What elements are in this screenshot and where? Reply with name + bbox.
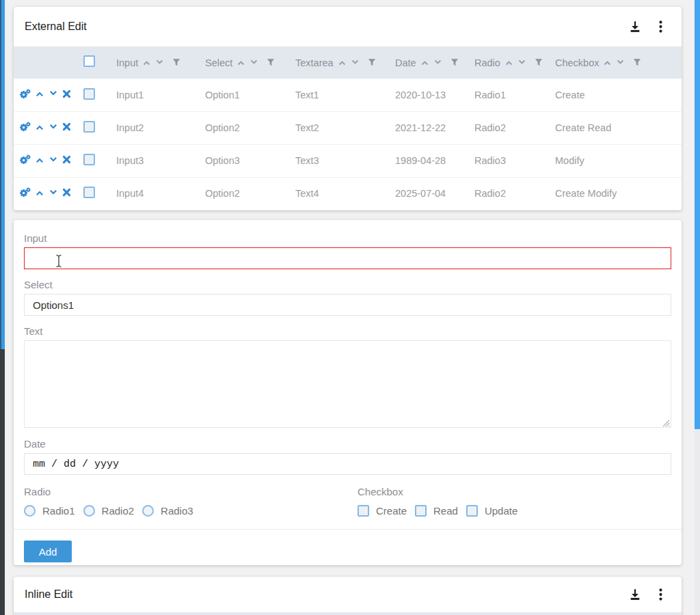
- checkbox[interactable]: [415, 505, 427, 517]
- radio-option-label: Radio2: [102, 505, 135, 517]
- table-row: Input1 Option1 Text1 2020-10-13 Radio1 C…: [14, 79, 682, 111]
- column-header-date: Date: [395, 46, 474, 79]
- radio-group: Radio1 Radio2 Radio3: [24, 504, 358, 517]
- cell-textarea: Text1: [295, 79, 395, 111]
- row-move-down-icon[interactable]: [49, 122, 58, 134]
- row-settings-icon[interactable]: [19, 89, 31, 101]
- actions-header: [14, 46, 81, 79]
- row-move-up-icon[interactable]: [35, 188, 44, 200]
- row-delete-icon[interactable]: [62, 122, 71, 133]
- column-header-textarea: Textarea: [295, 46, 395, 79]
- card-title: External Edit: [25, 20, 87, 33]
- filter-icon[interactable]: [368, 58, 376, 67]
- cell-textarea: Text2: [295, 111, 395, 144]
- sort-desc-icon[interactable]: [616, 58, 625, 67]
- inline-table-header-strip: [14, 612, 682, 615]
- radio-option-label: Radio1: [42, 505, 75, 517]
- left-scrollbar-thumb[interactable]: [0, 0, 5, 349]
- row-move-down-icon[interactable]: [49, 155, 58, 167]
- row-settings-icon[interactable]: [19, 187, 31, 200]
- resize-grip-icon[interactable]: [661, 418, 670, 426]
- sort-asc-icon[interactable]: [237, 58, 245, 67]
- column-header-select: Select: [205, 46, 295, 79]
- sort-desc-icon[interactable]: [433, 58, 442, 67]
- sort-desc-icon[interactable]: [351, 58, 360, 67]
- radio-button[interactable]: [142, 505, 154, 517]
- filter-icon[interactable]: [267, 58, 275, 67]
- filter-icon[interactable]: [172, 58, 180, 67]
- date-field[interactable]: mm / dd / yyyy: [24, 453, 671, 475]
- checkbox[interactable]: [358, 505, 369, 517]
- cell-select: Option3: [205, 144, 295, 177]
- column-label: Radio: [474, 57, 500, 68]
- cell-date: 1989-04-28: [395, 144, 474, 177]
- row-move-down-icon[interactable]: [49, 188, 58, 200]
- sort-asc-icon[interactable]: [338, 58, 347, 67]
- sort-desc-icon[interactable]: [155, 58, 164, 67]
- sort-asc-icon[interactable]: [603, 58, 612, 67]
- card-title: Inline Edit: [25, 588, 72, 601]
- kebab-menu-icon[interactable]: [659, 588, 662, 601]
- sort-desc-icon[interactable]: [517, 58, 526, 67]
- cell-input: Input1: [116, 79, 205, 111]
- radio-button[interactable]: [83, 505, 95, 517]
- cell-checkbox: Create: [555, 79, 682, 111]
- radio-button[interactable]: [24, 505, 36, 517]
- right-scrollbar-thumb[interactable]: [695, 0, 700, 429]
- kebab-menu-icon[interactable]: [659, 20, 662, 33]
- text-field[interactable]: [24, 340, 671, 428]
- column-header-checkbox: Checkbox: [555, 46, 682, 79]
- right-scrollbar-track[interactable]: [695, 429, 700, 615]
- row-settings-icon[interactable]: [19, 154, 31, 167]
- row-checkbox[interactable]: [83, 88, 95, 100]
- sort-asc-icon[interactable]: [504, 58, 513, 67]
- cell-radio: Radio3: [474, 144, 555, 177]
- table-row: Input4 Option2 Text4 2025-07-04 Radio2 C…: [14, 177, 682, 210]
- download-icon[interactable]: [629, 20, 641, 33]
- column-header-input: Input: [116, 46, 205, 79]
- cell-textarea: Text3: [295, 144, 395, 177]
- row-move-up-icon[interactable]: [35, 122, 44, 134]
- checkbox-option-label: Read: [433, 505, 458, 517]
- checkbox[interactable]: [466, 505, 478, 517]
- cell-radio: Radio1: [474, 79, 555, 111]
- row-move-down-icon[interactable]: [49, 89, 58, 100]
- row-delete-icon[interactable]: [62, 188, 71, 199]
- cell-date: 2021-12-22: [395, 111, 474, 144]
- row-move-up-icon[interactable]: [35, 155, 44, 167]
- checkbox-option-label: Create: [376, 505, 407, 517]
- sort-desc-icon[interactable]: [250, 58, 258, 67]
- sort-asc-icon[interactable]: [420, 58, 429, 67]
- sort-asc-icon[interactable]: [142, 58, 151, 67]
- filter-icon[interactable]: [633, 58, 641, 67]
- filter-icon[interactable]: [450, 58, 459, 67]
- column-label: Textarea: [295, 57, 334, 68]
- column-label: Input: [116, 57, 138, 68]
- left-scrollbar-track[interactable]: [0, 349, 5, 615]
- text-field-label: Text: [24, 325, 671, 338]
- row-delete-icon[interactable]: [62, 90, 71, 100]
- column-label: Select: [205, 57, 232, 68]
- date-field-label: Date: [24, 438, 671, 450]
- radio-group-label: Radio: [24, 486, 358, 498]
- cell-select: Option2: [205, 177, 295, 210]
- filter-icon[interactable]: [535, 58, 543, 67]
- cell-input: Input4: [116, 177, 205, 210]
- column-label: Checkbox: [555, 57, 599, 68]
- download-icon[interactable]: [629, 588, 641, 601]
- row-settings-icon[interactable]: [19, 122, 31, 134]
- add-button[interactable]: Add: [24, 541, 72, 562]
- row-delete-icon[interactable]: [62, 155, 71, 166]
- cell-checkbox: Create Read: [555, 111, 682, 144]
- cell-radio: Radio2: [474, 177, 555, 210]
- row-checkbox[interactable]: [83, 187, 95, 198]
- table-header-row: Input Select Texta: [14, 46, 682, 79]
- row-move-up-icon[interactable]: [35, 89, 44, 100]
- form-footer-divider: [14, 529, 682, 530]
- date-field-value: mm / dd / yyyy: [33, 459, 119, 470]
- input-field[interactable]: [24, 247, 671, 269]
- row-checkbox[interactable]: [83, 121, 95, 133]
- select-field[interactable]: Options1: [24, 294, 671, 316]
- select-all-checkbox[interactable]: [83, 55, 95, 67]
- row-checkbox[interactable]: [83, 154, 95, 165]
